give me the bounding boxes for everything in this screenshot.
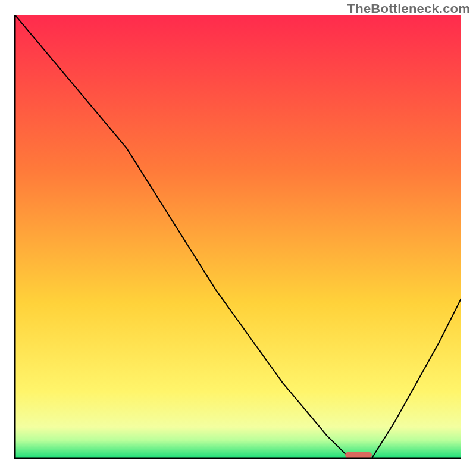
watermark-label: TheBottleneck.com bbox=[347, 1, 470, 17]
chart-background bbox=[15, 15, 461, 458]
bottleneck-chart bbox=[0, 0, 476, 476]
optimal-marker bbox=[345, 452, 372, 458]
